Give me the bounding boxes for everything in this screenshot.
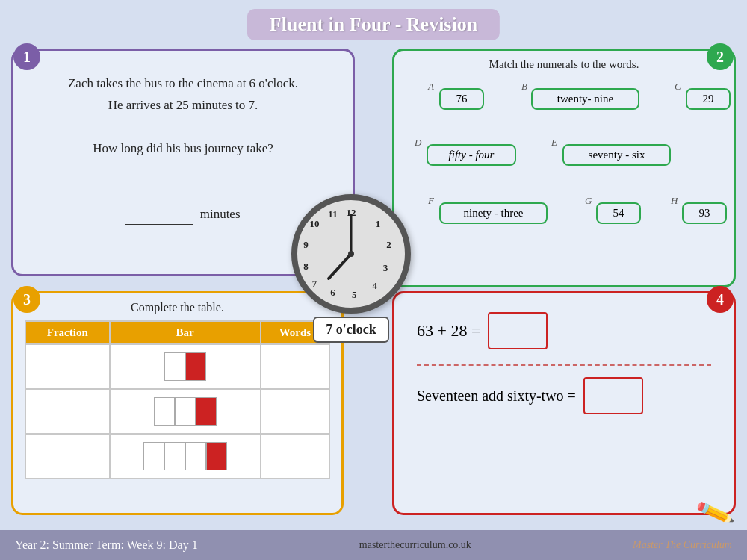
item-ninety-three: ninety - three [439, 202, 548, 224]
answer-box-1[interactable] [488, 312, 548, 349]
fraction-table: Fraction Bar Words [25, 320, 330, 479]
clock-face: 12 1 2 3 4 5 6 7 8 9 10 11 [291, 194, 411, 314]
section1-answer-row: minutes [32, 202, 334, 225]
footer-right: Master The Curriculum [633, 539, 732, 551]
label-b: B [521, 81, 527, 93]
fraction-cell-3 [25, 434, 110, 479]
item-fifty-four: fifty - four [427, 144, 516, 166]
addition-row-2: Seventeen add sixty-two = [417, 377, 711, 414]
words-cell-2 [261, 389, 329, 434]
section2-instruction: Match the numerals to the words. [406, 58, 722, 71]
words-cell-1 [261, 344, 329, 389]
svg-line-1 [329, 254, 351, 279]
footer-center: masterthecurriculum.co.uk [359, 539, 471, 551]
item-seventy-six: seventy - six [562, 144, 671, 166]
footer-left: Year 2: Summer Term: Week 9: Day 1 [15, 538, 198, 552]
table-row [25, 344, 329, 389]
clock-wrapper: 12 1 2 3 4 5 6 7 8 9 10 11 7 o'clock [291, 194, 411, 343]
label-h: H [671, 195, 678, 207]
col-bar: Bar [110, 321, 261, 344]
section2-badge: 2 [707, 43, 734, 70]
match-grid: A 76 B twenty- nine C 29 D fifty - four … [406, 77, 722, 271]
label-d: D [415, 137, 421, 149]
words-cell-3 [261, 434, 329, 479]
section1-line2: He arrives at 25 minutes to 7. [32, 95, 334, 116]
page-title: Fluent in Four - Revision [247, 9, 500, 40]
equation2-text: Seventeen add sixty-two = [417, 388, 576, 405]
item-93: 93 [682, 202, 727, 224]
addition-row-1: 63 + 28 = [417, 312, 711, 349]
section1-line3: How long did his bus journey take? [32, 138, 334, 160]
item-29: 29 [686, 88, 731, 110]
fraction-cell-2 [25, 389, 110, 434]
answer-box-2[interactable] [583, 377, 643, 414]
section1-badge: 1 [13, 43, 40, 70]
col-fraction: Fraction [25, 321, 110, 344]
section1-text: Zach takes the bus to the cinema at 6 o'… [32, 73, 334, 225]
table-row [25, 434, 329, 479]
section3-badge: 3 [13, 286, 40, 313]
bar-cell-2 [110, 389, 261, 434]
item-twenty-nine: twenty- nine [531, 88, 639, 110]
equation1-text: 63 + 28 = [417, 321, 480, 340]
label-a: A [428, 81, 434, 93]
clock-center [348, 251, 354, 257]
item-54: 54 [596, 202, 641, 224]
fraction-cell [25, 344, 110, 389]
footer: Year 2: Summer Term: Week 9: Day 1 maste… [0, 530, 747, 560]
divider [417, 364, 711, 366]
section4-badge: 4 [707, 286, 734, 313]
answer-underline [125, 202, 193, 225]
section2-container: Match the numerals to the words. A 76 B … [392, 49, 736, 287]
section4-container: 63 + 28 = Seventeen add sixty-two = [392, 291, 736, 515]
bar-cell-3 [110, 434, 261, 479]
section1-answer-label: minutes [200, 207, 241, 221]
bar-cell-1 [110, 344, 261, 389]
item-76: 76 [439, 88, 484, 110]
section1-line1: Zach takes the bus to the cinema at 6 o'… [32, 73, 334, 95]
clock-label: 7 o'clock [313, 317, 389, 343]
label-f: F [428, 195, 434, 207]
table-row [25, 389, 329, 434]
label-c: C [675, 81, 681, 93]
section3-instruction: Complete the table. [25, 301, 330, 314]
label-g: G [585, 195, 592, 207]
label-e: E [551, 137, 557, 149]
